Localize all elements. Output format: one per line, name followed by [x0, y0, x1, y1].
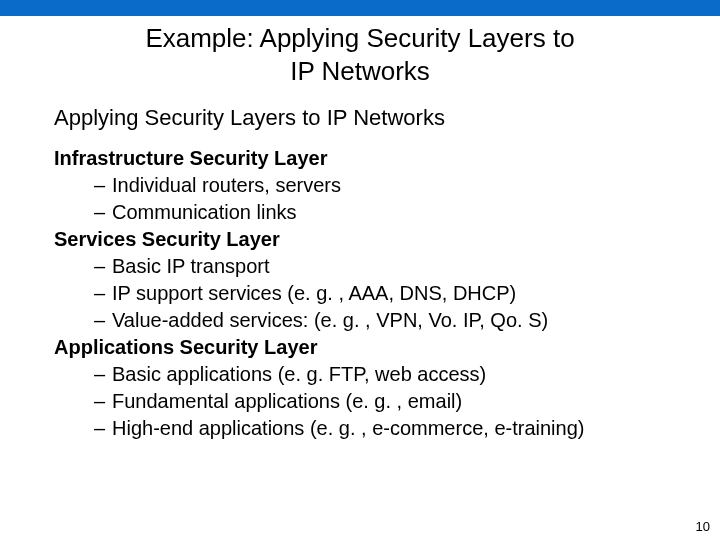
list-item: –Fundamental applications (e. g. , email… — [94, 388, 720, 415]
slide-subtitle: Applying Security Layers to IP Networks — [54, 105, 720, 131]
list-item: –Communication links — [94, 199, 720, 226]
list-item: –IP support services (e. g. , AAA, DNS, … — [94, 280, 720, 307]
list-item: –Value-added services: (e. g. , VPN, Vo.… — [94, 307, 720, 334]
title-line-2: IP Networks — [60, 55, 660, 88]
title-line-1: Example: Applying Security Layers to — [60, 22, 660, 55]
slide-content: Infrastructure Security Layer –Individua… — [54, 145, 720, 442]
list-item: –High-end applications (e. g. , e-commer… — [94, 415, 720, 442]
slide-title: Example: Applying Security Layers to IP … — [0, 22, 720, 87]
section-heading: Services Security Layer — [54, 226, 720, 253]
page-number: 10 — [696, 519, 710, 534]
list-item: –Basic IP transport — [94, 253, 720, 280]
section-heading: Infrastructure Security Layer — [54, 145, 720, 172]
list-item: –Basic applications (e. g. FTP, web acce… — [94, 361, 720, 388]
section-heading: Applications Security Layer — [54, 334, 720, 361]
list-item: –Individual routers, servers — [94, 172, 720, 199]
header-bar — [0, 0, 720, 16]
